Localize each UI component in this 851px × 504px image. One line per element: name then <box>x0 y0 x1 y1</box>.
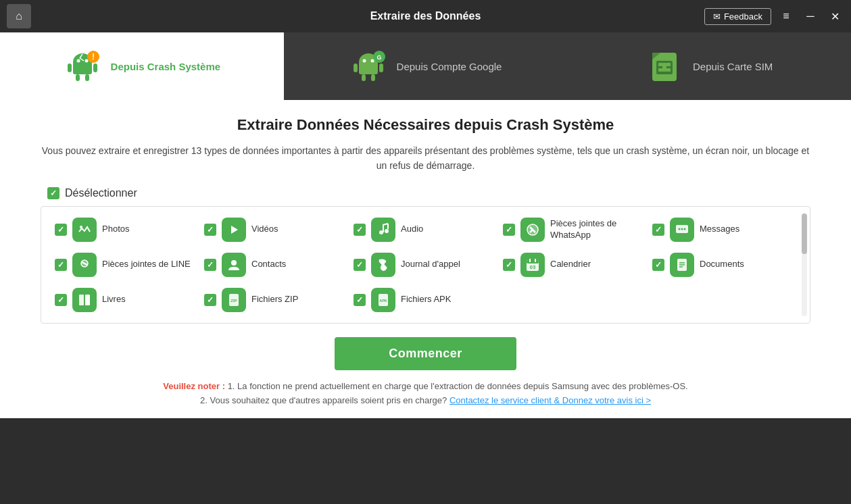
select-all-checkbox[interactable] <box>47 187 59 199</box>
svg-rect-30 <box>662 63 666 72</box>
main-title: Extraire Données Nécessaires depuis Cras… <box>41 116 810 134</box>
svg-rect-2 <box>73 62 92 74</box>
contact-link[interactable]: Contactez le service client & Donnez vot… <box>449 395 651 405</box>
list-item: ZIP Fichiers ZIP <box>204 288 348 312</box>
whatsapp-icon <box>520 218 545 242</box>
checkbox-grid: Photos Vidéos <box>55 218 796 312</box>
whatsapp-checkbox[interactable] <box>503 224 515 236</box>
audio-label: Audio <box>401 224 423 235</box>
feedback-button[interactable]: ✉ Feedback <box>704 8 771 25</box>
select-all-label: Désélectionner <box>65 187 137 199</box>
tab-sim-card[interactable]: Depuis Carte SIM <box>567 32 851 100</box>
svg-text:G: G <box>376 54 381 61</box>
list-item: Photos <box>55 218 199 242</box>
svg-rect-49 <box>527 260 539 263</box>
contacts-label: Contacts <box>251 259 286 270</box>
svg-rect-34 <box>383 225 384 232</box>
videos-icon <box>222 218 246 242</box>
svg-text:ZIP: ZIP <box>230 299 237 303</box>
svg-point-42 <box>679 228 681 230</box>
svg-rect-20 <box>371 74 375 81</box>
line-label: Pièces jointes de LINE <box>102 259 191 270</box>
list-item: Documents <box>652 253 796 277</box>
list-item: Vidéos <box>204 218 348 242</box>
list-item: Journal d'appel <box>354 253 497 277</box>
note-text-1: 1. La fonction ne prend actuellement en … <box>228 381 688 391</box>
title-bar-right: ✉ Feedback ≡ ─ ✕ <box>704 7 844 26</box>
books-checkbox[interactable] <box>55 294 67 306</box>
tab-crash-label: Depuis Crash Système <box>111 61 221 72</box>
scrollbar-thumb[interactable] <box>802 213 807 254</box>
google-account-icon: G <box>349 47 387 85</box>
apk-checkbox[interactable] <box>354 294 366 306</box>
calendar-label: Calendrier <box>550 259 591 270</box>
tab-sim-label: Depuis Carte SIM <box>693 61 773 72</box>
svg-point-16 <box>370 59 374 63</box>
call-log-checkbox[interactable] <box>354 259 366 271</box>
svg-rect-17 <box>354 64 358 72</box>
window-title: Extraire des Données <box>370 10 481 22</box>
svg-point-43 <box>681 228 683 230</box>
scrollbar-track[interactable] <box>802 213 807 316</box>
list-item: Pièces jointes de WhatsApp <box>503 218 647 242</box>
svg-marker-32 <box>231 226 238 234</box>
photos-checkbox[interactable] <box>55 224 67 236</box>
list-item: APK Fichiers APK <box>354 288 497 312</box>
call-log-icon <box>371 253 395 277</box>
svg-point-15 <box>362 59 366 63</box>
calendar-checkbox[interactable] <box>503 259 515 271</box>
contacts-checkbox[interactable] <box>204 259 216 271</box>
svg-rect-14 <box>359 62 378 74</box>
zip-icon: ZIP <box>222 288 246 312</box>
documents-label: Documents <box>700 259 744 270</box>
list-item: Livres <box>55 288 199 312</box>
note-label: Veuillez noter : <box>163 381 225 391</box>
main-description: Vous pouvez extraire et enregistrer 13 t… <box>41 143 810 174</box>
svg-rect-9 <box>76 74 80 81</box>
svg-rect-18 <box>379 64 383 72</box>
svg-point-44 <box>684 228 686 230</box>
line-checkbox[interactable] <box>55 259 67 271</box>
svg-text:!: ! <box>92 52 95 61</box>
apk-label: Fichiers APK <box>401 294 451 305</box>
svg-point-31 <box>80 226 82 228</box>
messages-icon <box>670 218 694 242</box>
note-text-2: 2. Vous souhaitez que d'autres appareils… <box>200 395 447 405</box>
svg-point-47 <box>231 260 237 266</box>
list-item: Messages <box>652 218 796 242</box>
minimize-button[interactable]: ─ <box>801 7 820 26</box>
messages-checkbox[interactable] <box>652 224 664 236</box>
select-all-row: Désélectionner <box>41 187 810 199</box>
close-button[interactable]: ✕ <box>825 7 844 26</box>
apk-icon: APK <box>371 288 395 312</box>
svg-rect-7 <box>68 64 72 72</box>
whatsapp-label: Pièces jointes de WhatsApp <box>550 218 647 241</box>
list-item: Pièces jointes de LINE <box>55 253 199 277</box>
svg-point-4 <box>84 59 88 63</box>
home-button[interactable]: ⌂ <box>7 4 31 28</box>
documents-checkbox[interactable] <box>652 259 664 271</box>
start-button[interactable]: Commencer <box>335 337 516 370</box>
list-item: Contacts <box>204 253 348 277</box>
call-log-label: Journal d'appel <box>401 259 460 270</box>
svg-rect-8 <box>93 64 97 72</box>
title-bar: ⌂ Extraire des Données ✉ Feedback ≡ ─ ✕ <box>0 0 851 32</box>
line-icon <box>72 253 97 277</box>
svg-rect-19 <box>362 74 366 81</box>
books-label: Livres <box>102 294 126 305</box>
svg-rect-29 <box>666 68 671 72</box>
calendar-icon: 03 <box>520 253 545 277</box>
tab-crash-system[interactable]: ! Depuis Crash Système <box>0 32 284 100</box>
audio-checkbox[interactable] <box>354 224 366 236</box>
zip-checkbox[interactable] <box>204 294 216 306</box>
svg-rect-26 <box>658 63 662 66</box>
tab-google-account[interactable]: G Depuis Compte Google <box>284 32 568 100</box>
messages-label: Messages <box>700 224 739 235</box>
svg-text:APK: APK <box>379 299 387 303</box>
note-section: Veuillez noter : 1. La fonction ne prend… <box>41 380 810 408</box>
svg-rect-57 <box>79 295 84 305</box>
tab-google-label: Depuis Compte Google <box>397 61 502 72</box>
videos-checkbox[interactable] <box>204 224 216 236</box>
menu-button[interactable]: ≡ <box>777 7 796 26</box>
svg-rect-10 <box>85 74 89 81</box>
